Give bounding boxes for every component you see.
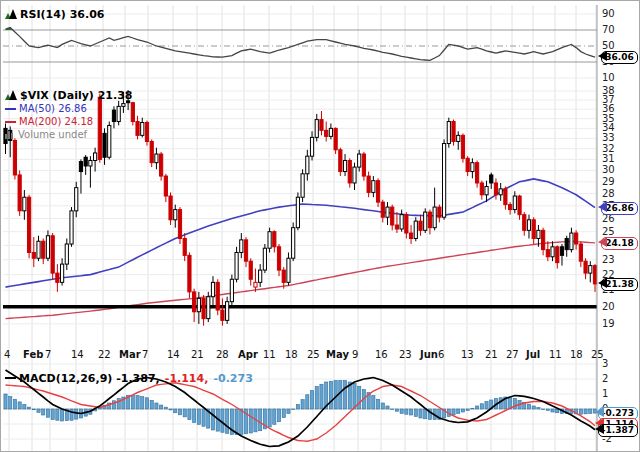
value-bubble: 26.86 [601,202,638,215]
y-axis-tick-label: 33 [602,132,636,143]
candle-body [461,135,464,158]
candle-body [556,247,559,263]
x-axis-tick-label: 18 [285,349,298,360]
y-axis-tick-label: 31 [602,153,636,164]
candle-body [386,207,389,217]
macd-histogram-bar [542,409,545,410]
x-axis-tick-label: Mar [119,349,141,360]
candle-body [301,174,304,197]
macd-histogram-bar [532,406,535,409]
ma200-label: MA(200) 24.18 [19,116,93,127]
macd-histogram-bar [178,409,181,415]
macd-histogram-bar [13,399,16,409]
candle-body [537,230,540,238]
candle-body [211,282,214,296]
candle-body [197,298,200,311]
x-axis-tick-label: Jun [420,349,438,360]
y-axis-tick-label: 32 [602,143,636,154]
x-axis-tick-label: 25 [591,349,604,360]
candle-body [485,186,488,194]
candle-body [560,247,563,256]
candle-body [532,220,535,239]
candle-body [263,248,266,270]
macd-histogram-bar [9,397,12,409]
candle-body [155,154,158,163]
candle-body [476,163,479,183]
macd-histogram-bar [296,405,299,410]
y-axis-tick-label: 23 [602,254,636,265]
rsi-legend-label: RSI(14) 36.06 [20,8,104,21]
candle-body [405,215,408,233]
macd-histogram-bar [499,398,502,409]
candle-body [513,196,516,210]
candle-body [207,297,210,319]
candle-body [230,279,233,301]
stock-chart: RSI(14) 36.06 $VIX (Daily) 21.38 MA(50) … [0,0,640,452]
candle-body [160,154,163,176]
candle-body [310,137,313,156]
candle-body [216,282,219,310]
x-axis-tick-label: Feb [23,349,43,360]
x-axis-tick-label: 6 [438,349,444,360]
candle-body [419,221,422,230]
macd-histogram-bar [75,409,78,419]
y-axis-tick-label: 2 [602,373,636,384]
candle-body [183,238,186,255]
macd-histogram-bar [471,408,474,409]
candle-body [136,122,139,136]
macd-legend: MACD(12,26,9) -1.387, -1.114, -0.273 [5,367,253,386]
macd-histogram-bar [27,407,30,409]
candle-body [428,212,431,228]
candle-body [277,247,280,270]
candle-body [79,162,82,172]
candle-body [490,175,493,183]
candle-body [575,233,578,244]
bubble-value: 36.06 [605,52,633,62]
macd-histogram-bar [414,409,417,417]
macd-histogram-bar [419,409,422,418]
macd-histogram-bar [60,409,63,421]
macd-histogram-bar [395,409,398,411]
candle-body [282,270,285,282]
candle-body [221,310,224,320]
macd-histogram-bar [226,409,229,433]
macd-histogram-bar [32,409,35,410]
x-axis-tick-label: May [326,349,349,360]
candle-body [315,120,318,138]
volume-bars-icon [5,129,15,142]
candle-body [452,122,455,142]
macd-histogram-bar [546,409,549,411]
x-axis-tick-label: 22 [98,349,111,360]
price-legend: $VIX (Daily) 21.38 MA(50) 26.86 MA(200) … [5,89,133,141]
candle-body [329,128,332,136]
x-axis-tick-label: 11 [549,349,562,360]
x-axis-tick-label: Apr [238,349,258,360]
x-axis-tick-label: 7 [45,349,51,360]
macd-histogram-bar [292,409,295,410]
x-axis-tick-label: 21 [485,349,498,360]
candle-body [381,202,384,217]
macd-histogram-bar [46,409,49,417]
y-axis-tick-label: 30 [602,164,636,175]
ma50-label: MA(50) 26.86 [19,103,87,114]
bubble-arrow-icon [590,407,604,417]
macd-histogram-bar [174,409,177,413]
candle-body [409,233,412,238]
macd-histogram-bar [277,409,280,422]
candle-body [164,176,167,196]
candle-body [579,244,582,261]
candle-body [339,150,342,172]
candle-body [471,163,474,172]
y-axis-tick-label: 19 [602,318,636,329]
y-axis-tick-label: 1 [602,388,636,399]
macd-histogram-bar [584,409,587,414]
candle-body [240,240,243,253]
value-bubble: 24.18 [601,237,638,250]
candle-body [523,215,526,231]
candle-body [353,167,356,183]
macd-histogram-bar [424,409,427,419]
candle-body [249,261,252,279]
macd-histogram-bar [579,409,582,414]
x-axis-tick-label: 11 [263,349,276,360]
candle-body [202,298,205,318]
